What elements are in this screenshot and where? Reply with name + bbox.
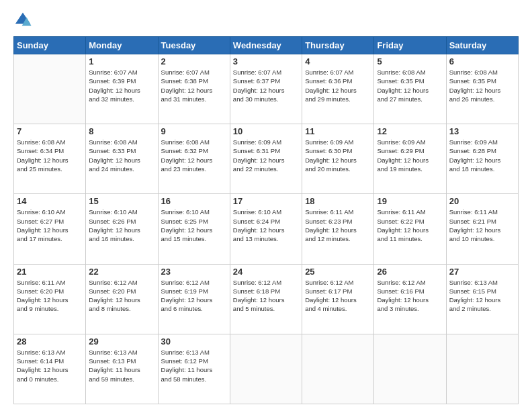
calendar-cell: 1Sunrise: 6:07 AMSunset: 6:39 PMDaylight…: [86, 54, 158, 124]
day-number: 13: [449, 126, 515, 136]
calendar-cell: 7Sunrise: 6:08 AMSunset: 6:34 PMDaylight…: [14, 124, 86, 194]
day-number: 24: [233, 267, 299, 277]
calendar-week-row: 14Sunrise: 6:10 AMSunset: 6:27 PMDayligh…: [14, 194, 519, 264]
day-number: 27: [449, 267, 515, 277]
day-number: 8: [89, 126, 154, 136]
calendar-cell: 30Sunrise: 6:13 AMSunset: 6:12 PMDayligh…: [158, 334, 230, 404]
day-number: 2: [161, 56, 227, 66]
calendar-cell: 10Sunrise: 6:09 AMSunset: 6:31 PMDayligh…: [230, 124, 302, 194]
calendar-cell: 4Sunrise: 6:07 AMSunset: 6:36 PMDaylight…: [302, 54, 374, 124]
day-number: 17: [233, 196, 299, 206]
day-number: 3: [233, 56, 299, 66]
day-info: Sunrise: 6:08 AMSunset: 6:34 PMDaylight:…: [17, 138, 83, 173]
calendar-cell: 28Sunrise: 6:13 AMSunset: 6:14 PMDayligh…: [14, 334, 86, 404]
day-number: 9: [161, 126, 227, 136]
day-number: 15: [89, 196, 154, 206]
day-info: Sunrise: 6:11 AMSunset: 6:21 PMDaylight:…: [449, 208, 515, 243]
calendar-cell: 15Sunrise: 6:10 AMSunset: 6:26 PMDayligh…: [86, 194, 158, 264]
calendar-cell: 9Sunrise: 6:08 AMSunset: 6:32 PMDaylight…: [158, 124, 230, 194]
day-number: 21: [17, 267, 83, 277]
calendar-week-row: 7Sunrise: 6:08 AMSunset: 6:34 PMDaylight…: [14, 124, 519, 194]
calendar-cell: 22Sunrise: 6:12 AMSunset: 6:20 PMDayligh…: [86, 264, 158, 334]
calendar-cell: 25Sunrise: 6:12 AMSunset: 6:17 PMDayligh…: [302, 264, 374, 334]
calendar-cell: 29Sunrise: 6:13 AMSunset: 6:13 PMDayligh…: [86, 334, 158, 404]
day-info: Sunrise: 6:11 AMSunset: 6:22 PMDaylight:…: [377, 208, 443, 243]
calendar-cell: 6Sunrise: 6:08 AMSunset: 6:35 PMDaylight…: [446, 54, 518, 124]
calendar-cell: 11Sunrise: 6:09 AMSunset: 6:30 PMDayligh…: [302, 124, 374, 194]
day-number: 28: [17, 336, 83, 347]
day-info: Sunrise: 6:07 AMSunset: 6:36 PMDaylight:…: [305, 68, 371, 103]
day-info: Sunrise: 6:07 AMSunset: 6:37 PMDaylight:…: [233, 68, 299, 103]
day-number: 4: [305, 56, 371, 66]
calendar-week-row: 1Sunrise: 6:07 AMSunset: 6:39 PMDaylight…: [14, 54, 519, 124]
day-info: Sunrise: 6:08 AMSunset: 6:35 PMDaylight:…: [449, 68, 515, 103]
day-number: 30: [161, 336, 227, 347]
logo: [13, 11, 35, 30]
day-info: Sunrise: 6:13 AMSunset: 6:12 PMDaylight:…: [161, 348, 227, 383]
day-number: 20: [449, 196, 515, 206]
calendar-table: SundayMondayTuesdayWednesdayThursdayFrid…: [13, 36, 519, 404]
day-number: 1: [89, 56, 154, 66]
calendar-cell: 14Sunrise: 6:10 AMSunset: 6:27 PMDayligh…: [14, 194, 86, 264]
calendar-week-row: 28Sunrise: 6:13 AMSunset: 6:14 PMDayligh…: [14, 334, 519, 404]
day-info: Sunrise: 6:08 AMSunset: 6:32 PMDaylight:…: [161, 138, 227, 173]
day-number: 11: [305, 126, 371, 136]
weekday-header-row: SundayMondayTuesdayWednesdayThursdayFrid…: [14, 37, 519, 54]
calendar-cell: 2Sunrise: 6:07 AMSunset: 6:38 PMDaylight…: [158, 54, 230, 124]
day-number: 16: [161, 196, 227, 206]
calendar-cell: 12Sunrise: 6:09 AMSunset: 6:29 PMDayligh…: [374, 124, 446, 194]
day-info: Sunrise: 6:12 AMSunset: 6:19 PMDaylight:…: [161, 278, 227, 314]
weekday-header-saturday: Saturday: [446, 37, 518, 54]
day-info: Sunrise: 6:08 AMSunset: 6:35 PMDaylight:…: [377, 68, 443, 103]
day-number: 23: [161, 267, 227, 277]
calendar-cell: 26Sunrise: 6:12 AMSunset: 6:16 PMDayligh…: [374, 264, 446, 334]
weekday-header-thursday: Thursday: [302, 37, 374, 54]
calendar-cell: 20Sunrise: 6:11 AMSunset: 6:21 PMDayligh…: [446, 194, 518, 264]
calendar-cell: 5Sunrise: 6:08 AMSunset: 6:35 PMDaylight…: [374, 54, 446, 124]
calendar-cell: [302, 334, 374, 404]
day-info: Sunrise: 6:11 AMSunset: 6:23 PMDaylight:…: [305, 208, 371, 243]
day-info: Sunrise: 6:10 AMSunset: 6:27 PMDaylight:…: [17, 208, 83, 243]
day-number: 6: [449, 56, 515, 66]
day-info: Sunrise: 6:10 AMSunset: 6:26 PMDaylight:…: [89, 208, 154, 243]
day-info: Sunrise: 6:12 AMSunset: 6:17 PMDaylight:…: [305, 278, 371, 314]
day-info: Sunrise: 6:09 AMSunset: 6:30 PMDaylight:…: [305, 138, 371, 173]
day-info: Sunrise: 6:13 AMSunset: 6:14 PMDaylight:…: [17, 348, 83, 383]
calendar-cell: 27Sunrise: 6:13 AMSunset: 6:15 PMDayligh…: [446, 264, 518, 334]
day-info: Sunrise: 6:13 AMSunset: 6:15 PMDaylight:…: [449, 278, 515, 314]
calendar-cell: 23Sunrise: 6:12 AMSunset: 6:19 PMDayligh…: [158, 264, 230, 334]
weekday-header-monday: Monday: [86, 37, 158, 54]
day-number: 7: [17, 126, 83, 136]
calendar-week-row: 21Sunrise: 6:11 AMSunset: 6:20 PMDayligh…: [14, 264, 519, 334]
calendar-cell: [14, 54, 86, 124]
day-info: Sunrise: 6:09 AMSunset: 6:31 PMDaylight:…: [233, 138, 299, 173]
day-info: Sunrise: 6:10 AMSunset: 6:25 PMDaylight:…: [161, 208, 227, 243]
day-info: Sunrise: 6:07 AMSunset: 6:39 PMDaylight:…: [89, 68, 154, 103]
calendar-cell: 24Sunrise: 6:12 AMSunset: 6:18 PMDayligh…: [230, 264, 302, 334]
calendar-cell: 13Sunrise: 6:09 AMSunset: 6:28 PMDayligh…: [446, 124, 518, 194]
day-number: 18: [305, 196, 371, 206]
calendar-cell: 16Sunrise: 6:10 AMSunset: 6:25 PMDayligh…: [158, 194, 230, 264]
day-info: Sunrise: 6:08 AMSunset: 6:33 PMDaylight:…: [89, 138, 154, 173]
day-number: 29: [89, 336, 154, 347]
day-number: 19: [377, 196, 443, 206]
calendar-cell: [446, 334, 518, 404]
header: [13, 11, 519, 30]
day-info: Sunrise: 6:09 AMSunset: 6:29 PMDaylight:…: [377, 138, 443, 173]
day-number: 5: [377, 56, 443, 66]
calendar-cell: 17Sunrise: 6:10 AMSunset: 6:24 PMDayligh…: [230, 194, 302, 264]
weekday-header-friday: Friday: [374, 37, 446, 54]
calendar-cell: 21Sunrise: 6:11 AMSunset: 6:20 PMDayligh…: [14, 264, 86, 334]
day-number: 14: [17, 196, 83, 206]
calendar-body: 1Sunrise: 6:07 AMSunset: 6:39 PMDaylight…: [14, 54, 519, 404]
day-info: Sunrise: 6:11 AMSunset: 6:20 PMDaylight:…: [17, 278, 83, 314]
weekday-header-tuesday: Tuesday: [158, 37, 230, 54]
day-info: Sunrise: 6:12 AMSunset: 6:16 PMDaylight:…: [377, 278, 443, 314]
weekday-header-sunday: Sunday: [14, 37, 86, 54]
calendar-cell: [230, 334, 302, 404]
day-number: 26: [377, 267, 443, 277]
day-number: 12: [377, 126, 443, 136]
page: SundayMondayTuesdayWednesdayThursdayFrid…: [0, 0, 532, 411]
day-number: 25: [305, 267, 371, 277]
day-number: 22: [89, 267, 154, 277]
